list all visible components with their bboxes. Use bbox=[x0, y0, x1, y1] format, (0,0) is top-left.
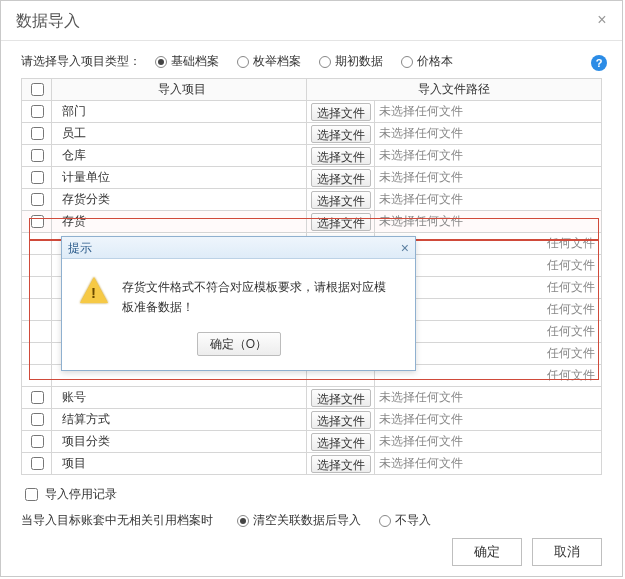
cancel-button[interactable]: 取消 bbox=[532, 538, 602, 566]
radio-label: 枚举档案 bbox=[253, 53, 301, 70]
choose-file-button[interactable]: 选择文件 bbox=[311, 103, 371, 121]
table-row: 结算方式选择文件未选择任何文件 bbox=[22, 409, 602, 431]
choose-file-button[interactable]: 选择文件 bbox=[311, 389, 371, 407]
row-file-path: 未选择任何文件 bbox=[375, 387, 602, 409]
row-file-path: 未选择任何文件 bbox=[375, 123, 602, 145]
row-checkbox[interactable] bbox=[31, 391, 44, 404]
row-file-path: 未选择任何文件 bbox=[375, 453, 602, 475]
row-file-path: 未选择任何文件 bbox=[375, 431, 602, 453]
row-item-name: 存货 bbox=[52, 211, 307, 233]
row-item-name: 部门 bbox=[52, 101, 307, 123]
table-row: 存货选择文件未选择任何文件 bbox=[22, 211, 602, 233]
table-row: 项目分类选择文件未选择任何文件 bbox=[22, 431, 602, 453]
ref-radio[interactable]: 清空关联数据后导入 bbox=[237, 512, 361, 529]
radio-label: 期初数据 bbox=[335, 53, 383, 70]
radio-icon bbox=[401, 56, 413, 68]
alert-title: 提示 bbox=[68, 237, 92, 259]
type-radio[interactable]: 价格本 bbox=[401, 53, 453, 70]
choose-file-button[interactable]: 选择文件 bbox=[311, 411, 371, 429]
radio-label: 基础档案 bbox=[171, 53, 219, 70]
row-checkbox[interactable] bbox=[31, 105, 44, 118]
stop-label: 导入停用记录 bbox=[45, 486, 117, 503]
choose-file-button[interactable]: 选择文件 bbox=[311, 169, 371, 187]
dialog-title: 数据导入 bbox=[16, 12, 80, 29]
type-row: 请选择导入项目类型： 基础档案枚举档案期初数据价格本 ? bbox=[21, 53, 602, 70]
ref-label: 当导入目标账套中无相关引用档案时 bbox=[21, 512, 213, 529]
radio-icon bbox=[237, 56, 249, 68]
warning-icon bbox=[80, 277, 108, 305]
radio-icon bbox=[379, 515, 391, 527]
head-check bbox=[22, 79, 52, 101]
choose-file-button[interactable]: 选择文件 bbox=[311, 455, 371, 473]
alert-close-icon[interactable]: × bbox=[401, 241, 409, 255]
table-row: 员工选择文件未选择任何文件 bbox=[22, 123, 602, 145]
choose-file-button[interactable]: 选择文件 bbox=[311, 147, 371, 165]
row-checkbox[interactable] bbox=[31, 193, 44, 206]
table-row: 存货分类选择文件未选择任何文件 bbox=[22, 189, 602, 211]
choose-file-button[interactable]: 选择文件 bbox=[311, 433, 371, 451]
radio-label: 价格本 bbox=[417, 53, 453, 70]
radio-icon bbox=[155, 56, 167, 68]
row-item-name: 账号 bbox=[52, 387, 307, 409]
alert-message: 存货文件格式不符合对应模板要求，请根据对应模板准备数据！ bbox=[122, 277, 397, 318]
row-file-path: 未选择任何文件 bbox=[375, 167, 602, 189]
table-row: 仓库选择文件未选择任何文件 bbox=[22, 145, 602, 167]
choose-file-button[interactable]: 选择文件 bbox=[311, 191, 371, 209]
row-item-name: 计量单位 bbox=[52, 167, 307, 189]
table-row: 账号选择文件未选择任何文件 bbox=[22, 387, 602, 409]
row-file-path: 未选择任何文件 bbox=[375, 145, 602, 167]
radio-icon bbox=[319, 56, 331, 68]
radio-label: 清空关联数据后导入 bbox=[253, 512, 361, 529]
row-item-name: 项目分类 bbox=[52, 431, 307, 453]
dialog-header: 数据导入 × bbox=[1, 1, 622, 41]
row-item-name: 存货分类 bbox=[52, 189, 307, 211]
alert-ok-button[interactable]: 确定（O） bbox=[197, 332, 281, 356]
stop-checkbox[interactable] bbox=[25, 488, 38, 501]
row-item-name: 结算方式 bbox=[52, 409, 307, 431]
type-radio[interactable]: 枚举档案 bbox=[237, 53, 301, 70]
import-dialog: 数据导入 × 请选择导入项目类型： 基础档案枚举档案期初数据价格本 ? 导入项目… bbox=[0, 0, 623, 577]
ok-button[interactable]: 确定 bbox=[452, 538, 522, 566]
row-checkbox[interactable] bbox=[31, 413, 44, 426]
head-path: 导入文件路径 bbox=[307, 79, 602, 101]
help-icon[interactable]: ? bbox=[591, 55, 607, 71]
row-checkbox[interactable] bbox=[31, 215, 44, 228]
radio-icon bbox=[237, 515, 249, 527]
type-radio[interactable]: 期初数据 bbox=[319, 53, 383, 70]
ref-row: 当导入目标账套中无相关引用档案时 清空关联数据后导入不导入 bbox=[21, 512, 602, 529]
ref-radio[interactable]: 不导入 bbox=[379, 512, 431, 529]
table-row: 项目选择文件未选择任何文件 bbox=[22, 453, 602, 475]
row-file-path: 未选择任何文件 bbox=[375, 189, 602, 211]
row-file-path: 未选择任何文件 bbox=[375, 409, 602, 431]
alert-body: 存货文件格式不符合对应模板要求，请根据对应模板准备数据！ bbox=[62, 259, 415, 326]
head-item: 导入项目 bbox=[52, 79, 307, 101]
row-item-name: 仓库 bbox=[52, 145, 307, 167]
row-checkbox[interactable] bbox=[31, 149, 44, 162]
row-file-path: 未选择任何文件 bbox=[375, 211, 602, 233]
table-row: 计量单位选择文件未选择任何文件 bbox=[22, 167, 602, 189]
type-radio[interactable]: 基础档案 bbox=[155, 53, 219, 70]
alert-dialog: 提示 × 存货文件格式不符合对应模板要求，请根据对应模板准备数据！ 确定（O） bbox=[61, 236, 416, 371]
choose-file-button[interactable]: 选择文件 bbox=[311, 125, 371, 143]
check-all[interactable] bbox=[31, 83, 44, 96]
dialog-footer: 确定 取消 bbox=[452, 538, 602, 566]
stop-row: 导入停用记录 bbox=[21, 485, 602, 504]
alert-header: 提示 × bbox=[62, 237, 415, 259]
alert-footer: 确定（O） bbox=[62, 326, 415, 370]
row-checkbox[interactable] bbox=[31, 171, 44, 184]
ref-radio-group: 清空关联数据后导入不导入 bbox=[237, 512, 431, 529]
type-radio-group: 基础档案枚举档案期初数据价格本 bbox=[155, 53, 453, 70]
row-item-name: 员工 bbox=[52, 123, 307, 145]
choose-file-button[interactable]: 选择文件 bbox=[311, 213, 371, 231]
dialog-close-icon[interactable]: × bbox=[592, 11, 612, 31]
row-item-name: 项目 bbox=[52, 453, 307, 475]
row-checkbox[interactable] bbox=[31, 127, 44, 140]
row-checkbox[interactable] bbox=[31, 435, 44, 448]
row-file-path: 未选择任何文件 bbox=[375, 101, 602, 123]
row-checkbox[interactable] bbox=[31, 457, 44, 470]
table-row: 部门选择文件未选择任何文件 bbox=[22, 101, 602, 123]
radio-label: 不导入 bbox=[395, 512, 431, 529]
type-label: 请选择导入项目类型： bbox=[21, 53, 141, 70]
